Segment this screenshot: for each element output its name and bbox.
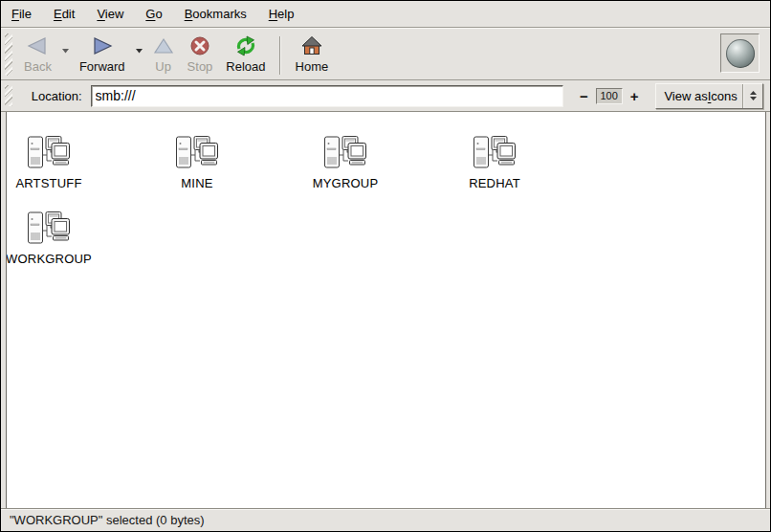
network-workgroup-icon (27, 135, 71, 171)
throbber-globe-icon (726, 39, 755, 68)
network-share-item[interactable]: MYGROUP (301, 135, 389, 190)
back-button[interactable]: Back (17, 31, 58, 75)
main-area: ARTSTUFF MINE (1, 112, 770, 508)
reload-button[interactable]: Reload (219, 31, 272, 75)
menu-go[interactable]: Go (144, 5, 163, 23)
network-workgroup-icon (473, 135, 517, 171)
toolbar: Back Forward Up (1, 28, 770, 80)
reload-icon (234, 33, 257, 58)
forward-button[interactable]: Forward (73, 31, 132, 75)
menu-bar: File Edit View Go Bookmarks Help (1, 1, 770, 28)
icon-view[interactable]: ARTSTUFF MINE (7, 112, 766, 508)
up-icon (153, 33, 174, 58)
network-share-item[interactable]: MINE (153, 135, 241, 190)
menu-edit[interactable]: Edit (53, 5, 76, 23)
file-manager-window: File Edit View Go Bookmarks Help Back Fo… (0, 0, 771, 532)
view-as-dropdown[interactable]: View as Icons (655, 83, 763, 109)
right-frame-gutter (766, 112, 770, 508)
location-input[interactable] (91, 85, 563, 107)
icon-label: MYGROUP (313, 176, 379, 190)
status-text: "WORKGROUP" selected (0 bytes) (10, 513, 205, 527)
dropdown-arrow-icon (742, 84, 762, 108)
network-workgroup-icon (27, 211, 71, 247)
menu-help[interactable]: Help (268, 5, 296, 23)
chevron-down-icon (61, 48, 70, 54)
network-share-item[interactable]: ARTSTUFF (7, 135, 93, 190)
icon-label: WORKGROUP (7, 252, 92, 266)
network-share-item[interactable]: REDHAT (451, 135, 539, 190)
home-icon (301, 33, 322, 58)
toolbar-separator (279, 36, 280, 75)
up-button[interactable]: Up (146, 31, 181, 75)
icon-label: MINE (181, 176, 212, 190)
zoom-level-indicator[interactable]: 100 (596, 88, 623, 104)
toolbar-drag-handle[interactable] (5, 33, 12, 76)
location-bar: Location: − 100 + View as Icons (1, 80, 770, 112)
forward-icon (92, 33, 113, 58)
status-bar: "WORKGROUP" selected (0 bytes) (1, 508, 770, 531)
menu-view[interactable]: View (96, 5, 124, 23)
location-bar-drag-handle[interactable] (5, 85, 12, 106)
back-icon (27, 33, 48, 58)
network-workgroup-icon (175, 135, 219, 171)
forward-history-dropdown[interactable] (132, 37, 146, 64)
icon-label: REDHAT (469, 176, 520, 190)
stop-icon (189, 33, 210, 58)
zoom-in-button[interactable]: + (628, 89, 641, 103)
zoom-controls: − 100 + (578, 88, 641, 104)
back-history-dropdown[interactable] (58, 37, 73, 64)
stop-button[interactable]: Stop (181, 31, 220, 75)
network-workgroup-icon (323, 135, 367, 171)
icon-label: ARTSTUFF (15, 176, 81, 190)
menu-file[interactable]: File (11, 5, 33, 23)
throbber (720, 33, 760, 73)
home-button[interactable]: Home (289, 31, 336, 75)
location-label: Location: (32, 89, 82, 103)
zoom-out-button[interactable]: − (578, 89, 590, 103)
chevron-down-icon (135, 48, 143, 54)
network-share-item-selected[interactable]: WORKGROUP (7, 211, 93, 266)
menu-bookmarks[interactable]: Bookmarks (184, 5, 248, 23)
